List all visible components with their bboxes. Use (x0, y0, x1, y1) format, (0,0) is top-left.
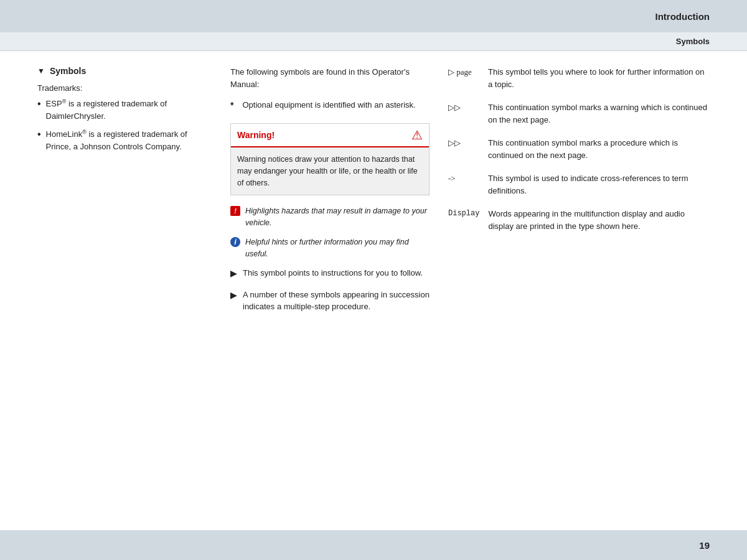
symbol-warning-cont-text: This continuation symbol marks a warning… (488, 101, 710, 126)
trademarks-label: Trademarks: (37, 83, 212, 93)
asterisk-char: * (230, 99, 233, 112)
arrow-text-1: This symbol points to instructions for y… (243, 267, 423, 279)
trademark-esp: ESP® is a registered trademark of Daimle… (46, 98, 212, 122)
symbol-warning-cont-char: ▷▷ (448, 101, 479, 114)
triangle-icon: ▼ (37, 67, 45, 75)
footer-bar: 19 (0, 530, 747, 560)
symbol-row-page: ▷ page This symbol tells you where to lo… (448, 66, 710, 90)
symbol-arrow-text: This symbol is used to indicate cross-re… (488, 172, 710, 197)
section-heading: ▼ Symbols (37, 66, 212, 76)
list-item: • ESP® is a registered trademark of Daim… (37, 98, 212, 122)
warning-body: Warning notices draw your attention to h… (231, 147, 429, 195)
trademark-homelink: HomeLink® is a registered trademark of P… (46, 128, 212, 152)
bullet-dot: • (37, 129, 41, 139)
section-heading-label: Symbols (50, 66, 86, 76)
page-number: 19 (699, 540, 710, 551)
list-item: • HomeLink® is a registered trademark of… (37, 128, 212, 152)
arrow-item-2: ▶ A number of these symbols appearing in… (230, 289, 430, 313)
right-column: ▷ page This symbol tells you where to lo… (448, 66, 710, 518)
warning-triangle-icon: ⚠ (411, 128, 423, 142)
symbol-arrow-char: -> (448, 172, 479, 185)
symbol-page-text: This symbol tells you where to look for … (488, 66, 710, 90)
subtitle-title: Symbols (676, 37, 710, 46)
symbol-proc-cont-char: ▷▷ (448, 137, 479, 149)
subtitle-bar: Symbols (0, 32, 747, 51)
symbol-row-warning-cont: ▷▷ This continuation symbol marks a warn… (448, 101, 710, 126)
warning-box: Warning! ⚠ Warning notices draw your att… (230, 123, 430, 195)
notice-red-icon: ! (230, 206, 240, 216)
notice-blue: i Helpful hints or further information y… (230, 236, 430, 260)
middle-column: The following symbols are found in this … (230, 66, 430, 518)
symbol-display-text: Words appearing in the multifunction dis… (488, 208, 710, 232)
notice-blue-text: Helpful hints or further information you… (245, 236, 430, 260)
arrow-char-1: ▶ (230, 268, 237, 280)
left-column: ▼ Symbols Trademarks: • ESP® is a regist… (37, 66, 212, 518)
symbol-row-proc-cont: ▷▷ This continuation symbol marks a proc… (448, 137, 710, 161)
main-content: ▼ Symbols Trademarks: • ESP® is a regist… (0, 51, 747, 530)
symbol-display-char: Display (448, 208, 479, 219)
notice-red-text: Highlights hazards that may result in da… (245, 205, 430, 229)
bullet-dot: • (37, 99, 41, 109)
symbol-proc-cont-text: This continuation symbol marks a procedu… (488, 137, 710, 161)
arrow-text-2: A number of these symbols appearing in s… (243, 289, 430, 313)
symbol-row-display: Display Words appearing in the multifunc… (448, 208, 710, 232)
header-bar: Introduction (0, 0, 747, 32)
warning-label: Warning! (237, 130, 275, 140)
intro-text: The following symbols are found in this … (230, 66, 430, 90)
notice-blue-icon: i (230, 237, 240, 247)
trademark-list: • ESP® is a registered trademark of Daim… (37, 98, 212, 153)
arrow-item-1: ▶ This symbol points to instructions for… (230, 267, 430, 280)
warning-header: Warning! ⚠ (231, 124, 429, 147)
notice-red: ! Highlights hazards that may result in … (230, 205, 430, 229)
asterisk-item: * Optional equipment is identified with … (230, 99, 430, 112)
asterisk-text: Optional equipment is identified with an… (242, 99, 415, 112)
arrow-char-2: ▶ (230, 289, 237, 302)
header-title: Introduction (655, 11, 710, 22)
symbol-row-arrow: -> This symbol is used to indicate cross… (448, 172, 710, 197)
symbol-page-char: ▷ page (448, 66, 479, 78)
